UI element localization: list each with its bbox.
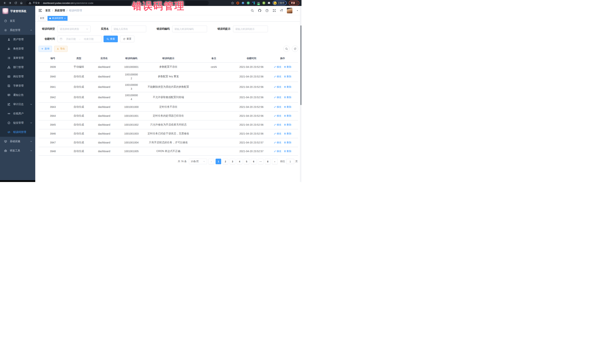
page-button-4[interactable]: 4 bbox=[237, 159, 242, 164]
edit-link[interactable]: 修改 bbox=[274, 123, 281, 126]
edit-link[interactable]: 修改 bbox=[274, 75, 281, 78]
close-icon[interactable]: × bbox=[64, 17, 66, 20]
github-link[interactable] bbox=[258, 9, 261, 12]
app-name-field[interactable] bbox=[111, 26, 146, 32]
avatar-caret-button[interactable] bbox=[296, 10, 299, 12]
delete-link[interactable]: 删除 bbox=[284, 132, 291, 135]
delete-link[interactable]: 删除 bbox=[284, 105, 291, 109]
browser-reload-button[interactable] bbox=[13, 0, 18, 5]
sidebar-item-users[interactable]: 用户管理 bbox=[0, 35, 35, 44]
prev-page-button[interactable]: ‹ bbox=[209, 159, 214, 164]
page-button-6[interactable]: 6 bbox=[251, 159, 256, 164]
sidebar-item-error-codes[interactable]: 错误码管理 bbox=[0, 128, 35, 137]
fullscreen-button[interactable] bbox=[273, 9, 276, 12]
page-button-2[interactable]: 2 bbox=[223, 159, 228, 164]
sidebar-item-posts[interactable]: 岗位管理 bbox=[0, 72, 35, 81]
browser-update-button[interactable]: 更新 bbox=[289, 1, 299, 5]
bookmark-star-button[interactable] bbox=[231, 1, 234, 5]
edit-link[interactable]: 修改 bbox=[274, 114, 281, 118]
scrollbar-thumb[interactable] bbox=[300, 25, 302, 105]
delete-link[interactable]: 删除 bbox=[284, 65, 291, 69]
sidebar-item-audit-log[interactable]: 审计日志 bbox=[0, 100, 35, 109]
browser-profile-chip[interactable]: 已暂停 bbox=[273, 1, 287, 5]
extension-switch-on[interactable]: on bbox=[257, 1, 260, 5]
org-tree-icon bbox=[7, 66, 11, 69]
next-page-button[interactable]: › bbox=[272, 159, 278, 164]
breadcrumb-home[interactable]: 首页 bbox=[45, 9, 50, 12]
sidebar-item-home[interactable]: 首页 bbox=[0, 16, 35, 26]
sidebar-item-dictionary[interactable]: 字典管理 bbox=[0, 81, 35, 90]
extension-vue[interactable]: V bbox=[247, 1, 250, 5]
error-type-select[interactable] bbox=[58, 26, 91, 32]
tab-error-codes[interactable]: 错误码管理 × bbox=[47, 16, 68, 21]
delete-link[interactable]: 删除 bbox=[284, 96, 291, 99]
header-search-button[interactable] bbox=[251, 9, 254, 12]
export-button[interactable]: 导出 bbox=[54, 46, 68, 52]
delete-link[interactable]: 删除 bbox=[284, 114, 291, 118]
page-button-5[interactable]: 5 bbox=[244, 159, 249, 164]
app-name-input[interactable] bbox=[114, 28, 144, 30]
edit-link[interactable]: 修改 bbox=[274, 85, 281, 88]
cell-app: dashboard bbox=[91, 75, 118, 78]
page-ellipsis[interactable]: ··· bbox=[258, 159, 264, 164]
sidebar-item-dev-tools[interactable]: 研发工具 bbox=[0, 146, 35, 155]
sidebar-item-notices[interactable]: 通知公告 bbox=[0, 90, 35, 100]
edit-link[interactable]: 修改 bbox=[274, 96, 281, 99]
extension-key[interactable] bbox=[262, 1, 265, 5]
cell-id: 3947 bbox=[39, 141, 67, 144]
page-button-1[interactable]: 1 bbox=[216, 159, 221, 164]
delete-link[interactable]: 删除 bbox=[284, 75, 291, 78]
sidebar-item-infrastructure[interactable]: 基础设施 bbox=[0, 137, 35, 146]
error-msg-input[interactable] bbox=[235, 28, 266, 30]
tab-home[interactable]: 首页 bbox=[38, 16, 46, 21]
goto-page-input[interactable] bbox=[286, 159, 294, 164]
sidebar-item-system[interactable]: 系统管理 bbox=[0, 26, 35, 35]
edit-link[interactable]: 修改 bbox=[274, 132, 281, 135]
user-avatar[interactable] bbox=[287, 8, 292, 13]
help-button[interactable] bbox=[265, 9, 269, 12]
delete-link[interactable]: 删除 bbox=[284, 141, 291, 144]
page-size-select[interactable]: 10条/页 bbox=[189, 159, 207, 164]
url-text: dashboard.yudao.iocoder.cn/system/error-… bbox=[43, 2, 93, 4]
sidebar-item-menus[interactable]: 菜单管理 bbox=[0, 53, 35, 63]
font-size-button[interactable]: TT bbox=[280, 9, 283, 12]
reset-button[interactable]: 重置 bbox=[120, 36, 134, 42]
sidebar-logo[interactable]: 芋道管理系统 bbox=[0, 6, 35, 16]
search-button[interactable]: 搜索 bbox=[104, 36, 118, 42]
error-code-field[interactable] bbox=[172, 26, 207, 32]
delete-link[interactable]: 删除 bbox=[284, 123, 291, 126]
error-type-select-input[interactable] bbox=[60, 28, 86, 30]
add-button[interactable]: 新增 bbox=[39, 46, 52, 52]
error-code-input[interactable] bbox=[174, 28, 205, 30]
delete-link[interactable]: 删除 bbox=[284, 150, 291, 153]
sidebar-item-sms[interactable]: 短信管理 bbox=[0, 118, 35, 128]
page-button-8[interactable]: 8 bbox=[265, 159, 270, 164]
page-button-3[interactable]: 3 bbox=[230, 159, 235, 164]
table-row: 3947 自动生成 dashboard 1001001004 只有开启状态的任务… bbox=[39, 138, 298, 147]
delete-link[interactable]: 删除 bbox=[284, 85, 291, 88]
extensions-menu-button[interactable] bbox=[267, 1, 270, 5]
edit-link[interactable]: 修改 bbox=[274, 141, 281, 144]
extension-orange[interactable] bbox=[236, 1, 239, 5]
sidebar-item-departments[interactable]: 部门管理 bbox=[0, 63, 35, 72]
edit-link[interactable]: 修改 bbox=[274, 65, 281, 69]
browser-forward-button[interactable] bbox=[8, 0, 13, 5]
sidebar-item-online-users[interactable]: 在线用户 bbox=[0, 109, 35, 118]
edit-link[interactable]: 修改 bbox=[274, 150, 281, 153]
browser-home-button[interactable] bbox=[19, 0, 24, 5]
start-date-input[interactable] bbox=[64, 38, 78, 40]
error-msg-field[interactable] bbox=[233, 26, 268, 32]
extension-gem[interactable] bbox=[241, 1, 244, 5]
date-range-picker[interactable]: - bbox=[58, 36, 102, 42]
end-date-input[interactable] bbox=[81, 38, 96, 40]
toggle-search-button[interactable] bbox=[283, 46, 290, 52]
address-bar[interactable]: 不安全 dashboard.yudao.iocoder.cn/system/er… bbox=[26, 1, 209, 5]
sidebar-item-roles[interactable]: 角色管理 bbox=[0, 44, 35, 53]
vertical-scrollbar[interactable] bbox=[300, 6, 302, 182]
edit-link[interactable]: 修改 bbox=[274, 105, 281, 109]
hamburger-icon[interactable] bbox=[38, 8, 42, 13]
browser-back-button[interactable] bbox=[2, 0, 7, 5]
refresh-table-button[interactable] bbox=[292, 46, 298, 52]
extension-grid[interactable] bbox=[252, 1, 255, 5]
breadcrumb-system[interactable]: 系统管理 bbox=[55, 9, 65, 12]
